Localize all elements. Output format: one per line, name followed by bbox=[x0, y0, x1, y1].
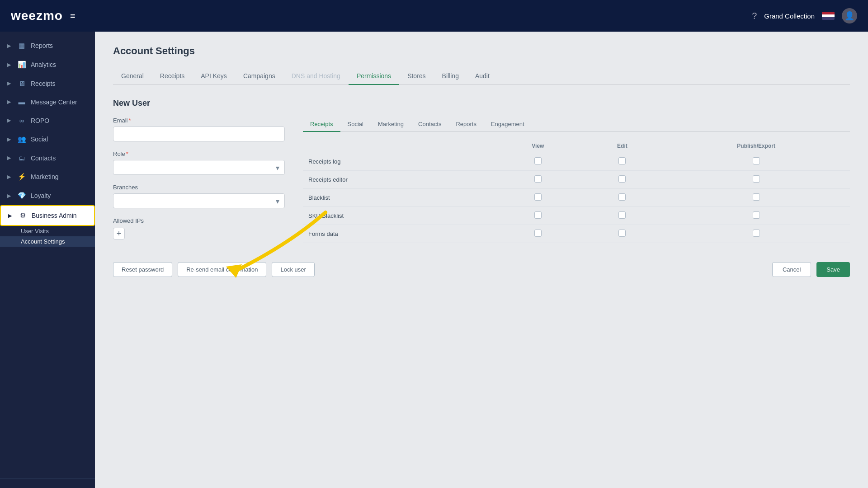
role-required: * bbox=[126, 150, 128, 157]
main-content: Account Settings GeneralReceiptsAPI Keys… bbox=[95, 32, 868, 488]
email-required: * bbox=[129, 117, 131, 124]
sidebar-label-business-admin: Business Admin bbox=[32, 212, 77, 219]
perm-view-forms-data[interactable] bbox=[534, 230, 542, 237]
email-group: Email* bbox=[113, 117, 285, 141]
sidebar-label-loyalty: Loyalty bbox=[31, 192, 51, 199]
footer-left: Reset password Re-send email confirmatio… bbox=[113, 262, 315, 277]
avatar-icon: 👤 bbox=[844, 11, 854, 21]
perm-row-label-sku-blacklist: SKU Blacklist bbox=[303, 207, 494, 225]
layout: ▶ ▦ Reports ▶ 📊 Analytics ▶ 🖥 Receipts ▶… bbox=[0, 32, 868, 488]
resend-email-button[interactable]: Re-send email confirmation bbox=[178, 262, 266, 277]
sidebar-item-marketing[interactable]: ▶ ⚡ Marketing bbox=[0, 167, 95, 186]
page-title: Account Settings bbox=[113, 45, 850, 57]
sidebar-item-loyalty[interactable]: ▶ 💎 Loyalty bbox=[0, 186, 95, 205]
perm-edit-forms-data[interactable] bbox=[618, 230, 626, 237]
sidebar-item-receipts[interactable]: ▶ 🖥 Receipts bbox=[0, 74, 95, 93]
sidebar: ▶ ▦ Reports ▶ 📊 Analytics ▶ 🖥 Receipts ▶… bbox=[0, 32, 95, 488]
chevron-icon: ▶ bbox=[7, 155, 11, 161]
perm-edit-receipts-log[interactable] bbox=[618, 157, 626, 164]
sidebar-label-message-center: Message Center bbox=[31, 99, 77, 106]
tab-audit[interactable]: Audit bbox=[467, 68, 498, 85]
perm-tab-social[interactable]: Social bbox=[340, 117, 371, 132]
lock-user-button[interactable]: Lock user bbox=[272, 262, 314, 277]
message-center-icon: ▬ bbox=[17, 98, 26, 106]
sidebar-item-reports[interactable]: ▶ ▦ Reports bbox=[0, 36, 95, 55]
add-ip-button[interactable]: + bbox=[113, 228, 125, 239]
reset-password-button[interactable]: Reset password bbox=[113, 262, 172, 277]
branches-select-wrapper bbox=[113, 193, 285, 208]
ropo-icon: ∞ bbox=[17, 117, 26, 124]
perm-col-edit: Edit bbox=[582, 139, 662, 153]
chevron-icon: ▶ bbox=[7, 117, 11, 123]
perm-export-sku-blacklist[interactable] bbox=[753, 211, 760, 219]
sidebar-label-social: Social bbox=[31, 136, 48, 143]
perm-edit-sku-blacklist[interactable] bbox=[618, 211, 626, 219]
branches-select[interactable] bbox=[113, 193, 285, 208]
page-tabs: GeneralReceiptsAPI KeysCampaignsDNS and … bbox=[113, 68, 850, 85]
form-layout: Email* Role* Branches bbox=[113, 117, 850, 249]
loyalty-icon: 💎 bbox=[17, 192, 26, 200]
cancel-button[interactable]: Cancel bbox=[772, 262, 811, 277]
perm-col-view: View bbox=[494, 139, 582, 153]
tab-receipts[interactable]: Receipts bbox=[152, 68, 193, 85]
chevron-icon: ▶ bbox=[7, 136, 11, 142]
perm-tab-contacts[interactable]: Contacts bbox=[411, 117, 448, 132]
social-icon: 👥 bbox=[17, 135, 26, 143]
perm-view-sku-blacklist[interactable] bbox=[534, 211, 542, 219]
chevron-icon: ▶ bbox=[7, 80, 11, 86]
perm-row-label-forms-data: Forms data bbox=[303, 225, 494, 243]
perm-view-receipts-log[interactable] bbox=[534, 157, 542, 164]
menu-icon[interactable]: ≡ bbox=[70, 11, 75, 21]
role-group: Role* bbox=[113, 150, 285, 175]
contacts-icon: 🗂 bbox=[17, 154, 26, 162]
sidebar-item-contacts[interactable]: ▶ 🗂 Contacts bbox=[0, 149, 95, 167]
allowed-ips-group: Allowed IPs + bbox=[113, 217, 285, 239]
reports-icon: ▦ bbox=[17, 42, 26, 50]
sidebar-label-analytics: Analytics bbox=[31, 61, 56, 68]
role-select[interactable] bbox=[113, 160, 285, 175]
sidebar-sub-account-settings[interactable]: Account Settings bbox=[0, 236, 95, 247]
perm-row-label-receipts-log: Receipts log bbox=[303, 153, 494, 171]
perm-export-receipts-log[interactable] bbox=[753, 157, 760, 164]
perm-row-label-receipts-editor: Receipts editor bbox=[303, 171, 494, 189]
tab-stores[interactable]: Stores bbox=[399, 68, 434, 85]
tab-permissions[interactable]: Permissions bbox=[349, 68, 399, 85]
role-label: Role* bbox=[113, 150, 285, 157]
permissions-panel: ReceiptsSocialMarketingContactsReportsEn… bbox=[303, 117, 850, 249]
avatar[interactable]: 👤 bbox=[842, 8, 857, 23]
table-row: Receipts editor bbox=[303, 171, 850, 189]
allowed-ips-label: Allowed IPs bbox=[113, 217, 285, 224]
sidebar-sub-user-visits[interactable]: User Visits bbox=[0, 226, 95, 236]
business-admin-icon: ⚙ bbox=[18, 211, 27, 220]
footer-right: Cancel Save bbox=[772, 262, 850, 277]
chevron-icon: ▶ bbox=[7, 174, 11, 180]
perm-export-forms-data[interactable] bbox=[753, 230, 760, 237]
perm-tab-marketing[interactable]: Marketing bbox=[371, 117, 411, 132]
perm-tab-reports[interactable]: Reports bbox=[448, 117, 484, 132]
tab-api-keys[interactable]: API Keys bbox=[193, 68, 235, 85]
sidebar-item-social[interactable]: ▶ 👥 Social bbox=[0, 130, 95, 149]
email-input[interactable] bbox=[113, 127, 285, 141]
perm-view-blacklist[interactable] bbox=[534, 193, 542, 201]
sidebar-item-analytics[interactable]: ▶ 📊 Analytics bbox=[0, 55, 95, 74]
chevron-icon: ▶ bbox=[7, 62, 11, 68]
save-button[interactable]: Save bbox=[816, 262, 850, 277]
marketing-icon: ⚡ bbox=[17, 173, 26, 181]
perm-export-blacklist[interactable] bbox=[753, 193, 760, 201]
help-icon[interactable]: ? bbox=[752, 11, 757, 21]
perm-tab-receipts[interactable]: Receipts bbox=[303, 117, 340, 132]
chevron-icon: ▶ bbox=[7, 43, 11, 49]
perm-tab-engagement[interactable]: Engagement bbox=[484, 117, 532, 132]
tab-dns-hosting: DNS and Hosting bbox=[283, 68, 349, 85]
branches-label: Branches bbox=[113, 184, 285, 191]
sidebar-item-message-center[interactable]: ▶ ▬ Message Center bbox=[0, 93, 95, 111]
sidebar-item-business-admin[interactable]: ▶ ⚙ Business Admin bbox=[0, 205, 95, 226]
tab-billing[interactable]: Billing bbox=[434, 68, 467, 85]
perm-edit-receipts-editor[interactable] bbox=[618, 175, 626, 183]
perm-export-receipts-editor[interactable] bbox=[753, 175, 760, 183]
sidebar-item-ropo[interactable]: ▶ ∞ ROPO bbox=[0, 111, 95, 130]
perm-view-receipts-editor[interactable] bbox=[534, 175, 542, 183]
tab-campaigns[interactable]: Campaigns bbox=[235, 68, 283, 85]
tab-general[interactable]: General bbox=[113, 68, 152, 85]
perm-edit-blacklist[interactable] bbox=[618, 193, 626, 201]
